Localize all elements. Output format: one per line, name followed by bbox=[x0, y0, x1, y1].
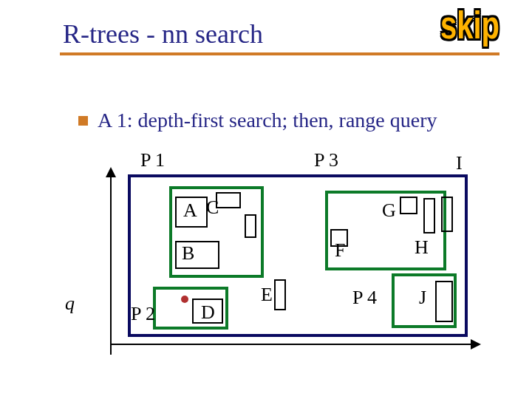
label-q: q bbox=[65, 293, 75, 315]
rect-c bbox=[216, 192, 241, 208]
slide-title: R-trees - nn search bbox=[63, 19, 263, 49]
label-j: J bbox=[419, 287, 426, 309]
arrow-up-icon bbox=[106, 167, 116, 177]
label-g: G bbox=[382, 200, 396, 222]
rect-h bbox=[423, 198, 435, 233]
label-p4: P 4 bbox=[352, 287, 377, 309]
rect-i bbox=[441, 197, 453, 232]
axis-y bbox=[110, 170, 112, 355]
label-i: I bbox=[456, 152, 463, 174]
arrow-right-icon bbox=[471, 339, 481, 349]
bullet-icon bbox=[78, 116, 88, 126]
query-point-icon bbox=[181, 296, 188, 303]
rect-small-b bbox=[245, 214, 256, 238]
rect-j bbox=[435, 281, 453, 322]
title-underline bbox=[60, 52, 499, 55]
bullet-body: A 1: depth-first search; then, range que… bbox=[98, 107, 504, 134]
label-b: B bbox=[182, 242, 194, 265]
label-a: A bbox=[183, 200, 197, 222]
label-p1: P 1 bbox=[140, 149, 165, 171]
label-p2: P 2 bbox=[131, 303, 155, 325]
label-f: F bbox=[335, 239, 345, 262]
label-c: C bbox=[206, 197, 219, 219]
label-e: E bbox=[261, 284, 273, 306]
label-h: H bbox=[415, 236, 429, 259]
rect-g bbox=[400, 197, 417, 214]
label-p3: P 3 bbox=[314, 149, 338, 171]
axis-x bbox=[110, 344, 472, 345]
skip-badge: skip bbox=[440, 4, 499, 47]
rect-e bbox=[274, 279, 286, 310]
diagram-area: P 1 P 2 P 3 P 4 A B C D E F G H I J bbox=[107, 170, 484, 366]
label-d: D bbox=[201, 301, 215, 324]
